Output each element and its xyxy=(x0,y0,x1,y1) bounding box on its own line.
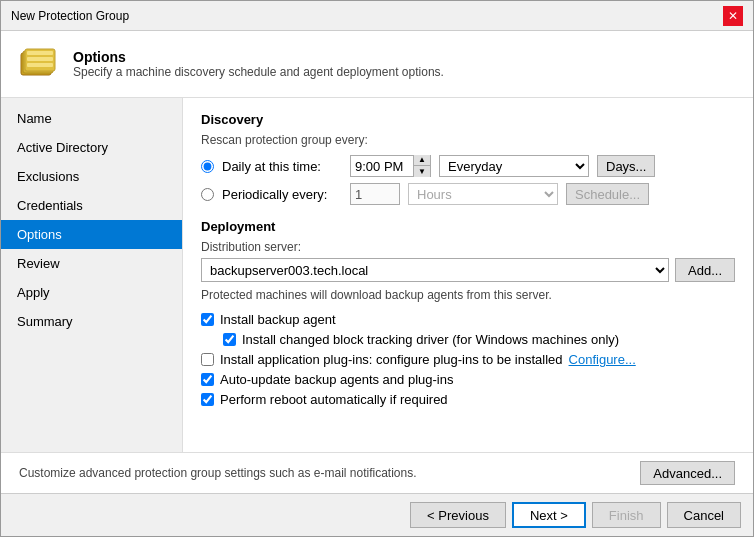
previous-button[interactable]: < Previous xyxy=(410,502,506,528)
sidebar-item-review[interactable]: Review xyxy=(1,249,182,278)
header-text: Options Specify a machine discovery sche… xyxy=(73,49,444,79)
reboot-checkbox[interactable] xyxy=(201,393,214,406)
schedule-button[interactable]: Schedule... xyxy=(566,183,649,205)
title-bar: New Protection Group ✕ xyxy=(1,1,753,31)
time-up-button[interactable]: ▲ xyxy=(414,155,430,166)
sidebar-item-credentials[interactable]: Credentials xyxy=(1,191,182,220)
daily-radio[interactable] xyxy=(201,160,214,173)
discovery-section-title: Discovery xyxy=(201,112,735,127)
auto-update-label[interactable]: Auto-update backup agents and plug-ins xyxy=(220,372,453,387)
everyday-select[interactable]: Everyday xyxy=(439,155,589,177)
install-backup-agent-checkbox[interactable] xyxy=(201,313,214,326)
deployment-section-title: Deployment xyxy=(201,219,735,234)
main-content: Discovery Rescan protection group every:… xyxy=(183,98,753,452)
periodic-radio[interactable] xyxy=(201,188,214,201)
footer-advanced: Customize advanced protection group sett… xyxy=(1,452,753,493)
time-down-button[interactable]: ▼ xyxy=(414,166,430,177)
sidebar: Name Active Directory Exclusions Credent… xyxy=(1,98,183,452)
configure-link[interactable]: Configure... xyxy=(569,352,636,367)
reboot-label[interactable]: Perform reboot automatically if required xyxy=(220,392,448,407)
cancel-button[interactable]: Cancel xyxy=(667,502,741,528)
daily-label[interactable]: Daily at this time: xyxy=(222,159,342,174)
periodic-radio-row: Periodically every: Hours Schedule... xyxy=(201,183,735,205)
time-input[interactable] xyxy=(351,156,413,176)
distribution-server-label: Distribution server: xyxy=(201,240,735,254)
install-plugins-label[interactable]: Install application plug-ins: configure … xyxy=(220,352,563,367)
install-cbt-checkbox[interactable] xyxy=(223,333,236,346)
periodic-label[interactable]: Periodically every: xyxy=(222,187,342,202)
finish-button[interactable]: Finish xyxy=(592,502,661,528)
install-backup-agent-label[interactable]: Install backup agent xyxy=(220,312,336,327)
deployment-section: Deployment Distribution server: backupse… xyxy=(201,219,735,407)
install-cbt-label[interactable]: Install changed block tracking driver (f… xyxy=(242,332,619,347)
sidebar-item-options[interactable]: Options xyxy=(1,220,182,249)
svg-rect-4 xyxy=(27,57,53,61)
header-title: Options xyxy=(73,49,444,65)
sidebar-item-apply[interactable]: Apply xyxy=(1,278,182,307)
advanced-text: Customize advanced protection group sett… xyxy=(19,466,417,480)
options-icon xyxy=(17,43,59,85)
install-backup-agent-row: Install backup agent xyxy=(201,312,735,327)
dist-server-select[interactable]: backupserver003.tech.local xyxy=(201,258,669,282)
header-subtitle: Specify a machine discovery schedule and… xyxy=(73,65,444,79)
install-plugins-checkbox[interactable] xyxy=(201,353,214,366)
svg-rect-3 xyxy=(27,51,53,55)
hours-select[interactable]: Hours xyxy=(408,183,558,205)
footer-buttons: < Previous Next > Finish Cancel xyxy=(1,493,753,536)
dist-server-row: backupserver003.tech.local Add... xyxy=(201,258,735,282)
auto-update-row: Auto-update backup agents and plug-ins xyxy=(201,372,735,387)
sidebar-item-exclusions[interactable]: Exclusions xyxy=(1,162,182,191)
protected-machines-text: Protected machines will download backup … xyxy=(201,288,735,302)
dialog: New Protection Group ✕ Options Specify a… xyxy=(0,0,754,537)
close-button[interactable]: ✕ xyxy=(723,6,743,26)
reboot-row: Perform reboot automatically if required xyxy=(201,392,735,407)
install-plugins-row: Install application plug-ins: configure … xyxy=(201,352,735,367)
sidebar-item-name[interactable]: Name xyxy=(1,104,182,133)
days-button[interactable]: Days... xyxy=(597,155,655,177)
advanced-button[interactable]: Advanced... xyxy=(640,461,735,485)
auto-update-checkbox[interactable] xyxy=(201,373,214,386)
daily-radio-row: Daily at this time: ▲ ▼ Everyday Days... xyxy=(201,155,735,177)
body: Name Active Directory Exclusions Credent… xyxy=(1,98,753,452)
install-cbt-row: Install changed block tracking driver (f… xyxy=(223,332,735,347)
sidebar-item-active-directory[interactable]: Active Directory xyxy=(1,133,182,162)
sidebar-item-summary[interactable]: Summary xyxy=(1,307,182,336)
time-spin-buttons: ▲ ▼ xyxy=(413,155,430,177)
time-input-wrapper: ▲ ▼ xyxy=(350,155,431,177)
svg-rect-5 xyxy=(27,63,53,67)
dialog-title: New Protection Group xyxy=(11,9,129,23)
header: Options Specify a machine discovery sche… xyxy=(1,31,753,98)
period-input[interactable] xyxy=(350,183,400,205)
rescan-label: Rescan protection group every: xyxy=(201,133,735,147)
add-server-button[interactable]: Add... xyxy=(675,258,735,282)
header-icon xyxy=(17,43,59,85)
next-button[interactable]: Next > xyxy=(512,502,586,528)
